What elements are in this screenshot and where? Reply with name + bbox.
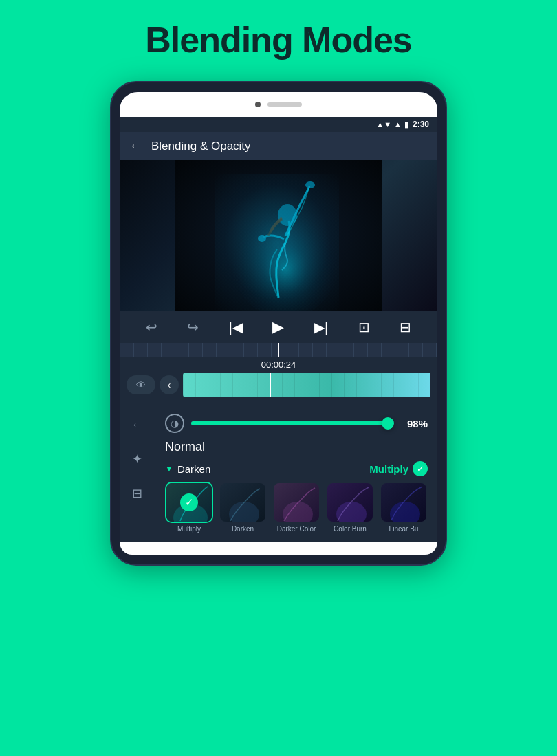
phone-outer-frame: ▲▼ ▲ ▮ 2:30 ← Blending & Opacity: [110, 81, 447, 566]
multiply-selected-check: ✓: [180, 493, 198, 511]
redo-button[interactable]: ↪: [187, 319, 199, 335]
wifi-icon: ▲: [394, 120, 402, 129]
layers-tool-button[interactable]: ⊟: [127, 482, 149, 504]
check-icon: ✓: [413, 461, 428, 476]
add-clip-button[interactable]: ⊡: [358, 319, 370, 335]
opacity-control-row: ◑ 98%: [165, 414, 428, 433]
timestamp-display: 00:00:24: [120, 357, 437, 373]
blend-section-header: ▼ Darken Multiply ✓: [165, 461, 428, 476]
playback-controls: ↩ ↪ |◀ ▶ ▶| ⊡ ⊟: [120, 311, 437, 343]
slider-thumb[interactable]: [382, 417, 394, 430]
darker-color-thumb[interactable]: [272, 482, 320, 523]
back-tool-button[interactable]: ←: [127, 414, 149, 436]
current-blend-mode: Normal: [165, 440, 428, 454]
darken-thumb-bg: [220, 483, 267, 523]
blend-thumb-darker-color[interactable]: Darker Color: [272, 482, 320, 533]
video-clip-track[interactable]: [183, 373, 430, 397]
linear-burn-thumb[interactable]: [380, 482, 428, 523]
linear-burn-thumb-bg: [381, 483, 428, 523]
visibility-toggle[interactable]: 👁: [127, 375, 155, 394]
multiply-thumb[interactable]: ✓: [165, 482, 213, 523]
linear-burn-label: Linear Bu: [389, 525, 419, 533]
signal-icon: ▲▼: [376, 120, 391, 129]
back-button[interactable]: ←: [129, 139, 142, 153]
section-label: Darken: [177, 463, 210, 475]
darker-color-thumb-bg: [274, 483, 320, 523]
page-title: Blending Modes: [0, 0, 557, 74]
battery-icon: ▮: [404, 120, 408, 129]
track-collapse-button[interactable]: ‹: [160, 375, 179, 394]
bookmark-button[interactable]: ⊟: [400, 319, 411, 335]
undo-button[interactable]: ↩: [146, 319, 157, 335]
right-panel: ◑ 98% Normal ▼ Darken: [155, 408, 437, 538]
blend-thumb-color-burn[interactable]: Color Burn: [326, 482, 374, 533]
clip-position-cursor: [270, 373, 271, 397]
darker-color-label: Darker Color: [277, 525, 316, 533]
skip-end-button[interactable]: ▶|: [314, 319, 328, 335]
status-bar: ▲▼ ▲ ▮ 2:30: [120, 117, 437, 132]
opacity-value: 98%: [399, 418, 428, 430]
multiply-label: Multiply: [177, 525, 201, 533]
video-preview: [120, 160, 437, 311]
app-header: ← Blending & Opacity: [120, 132, 437, 160]
blend-section-left: ▼ Darken: [165, 463, 210, 475]
timeline-area: 00:00:24 👁 ‹: [120, 343, 437, 401]
glow-overlay: [215, 174, 339, 311]
color-burn-thumb-bg: [327, 483, 374, 523]
speaker-grille: [267, 102, 302, 107]
timeline-cursor: [278, 343, 279, 357]
screen-title: Blending & Opacity: [151, 140, 251, 153]
effects-tool-button[interactable]: ✦: [127, 448, 149, 470]
slider-fill: [191, 421, 388, 425]
darken-label: Darken: [232, 525, 254, 533]
eye-icon: 👁: [136, 379, 146, 390]
blend-thumbnails-row: ✓ Multiply: [165, 482, 428, 533]
camera-dot: [255, 102, 261, 107]
opacity-slider[interactable]: [191, 421, 392, 425]
blend-thumb-darken[interactable]: Darken: [219, 482, 267, 533]
phone-screen: ▲▼ ▲ ▮ 2:30 ← Blending & Opacity: [120, 117, 437, 542]
left-toolbar: ← ✦ ⊟: [120, 408, 155, 538]
active-blend-name: Multiply: [369, 463, 408, 475]
status-icons: ▲▼ ▲ ▮: [376, 120, 408, 129]
opacity-icon: ◑: [165, 414, 184, 433]
bottom-panel: ← ✦ ⊟ ◑ 98% Norm: [120, 401, 437, 542]
active-blend-indicator: Multiply ✓: [369, 461, 428, 476]
phone-top-bar: [120, 92, 437, 117]
skip-start-button[interactable]: |◀: [229, 319, 243, 335]
phone-mockup: ▲▼ ▲ ▮ 2:30 ← Blending & Opacity: [0, 74, 557, 566]
play-button[interactable]: ▶: [272, 318, 284, 336]
color-burn-thumb[interactable]: [326, 482, 374, 523]
color-burn-label: Color Burn: [334, 525, 367, 533]
triangle-icon: ▼: [165, 464, 173, 474]
phone-bottom-bar: [120, 542, 437, 555]
timeline-track-row: 👁 ‹: [120, 373, 437, 397]
darken-thumb[interactable]: [219, 482, 267, 523]
status-time: 2:30: [413, 120, 429, 129]
blend-thumb-multiply[interactable]: ✓ Multiply: [165, 482, 213, 533]
blend-thumb-linear-burn[interactable]: Linear Bu: [380, 482, 428, 533]
timeline-ruler: [120, 343, 437, 357]
